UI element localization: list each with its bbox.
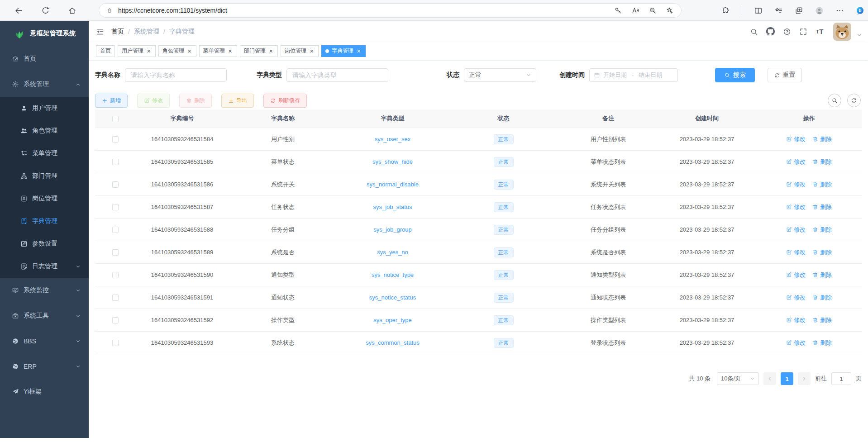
add-button[interactable]: 新增 <box>95 94 128 108</box>
edit-row-link[interactable]: 修改 <box>786 203 806 211</box>
row-checkbox[interactable] <box>112 227 119 233</box>
close-tab-icon[interactable]: × <box>309 48 315 54</box>
tab-dept[interactable]: 部门管理× <box>240 45 278 57</box>
row-checkbox[interactable] <box>112 181 119 188</box>
export-button[interactable]: 导出 <box>221 94 254 108</box>
sidebar-item-home[interactable]: 首页 <box>0 46 89 71</box>
close-tab-icon[interactable]: × <box>186 48 192 54</box>
sidebar-item-log[interactable]: 日志管理 <box>0 255 89 278</box>
edit-row-link[interactable]: 修改 <box>786 248 806 257</box>
edit-row-link[interactable]: 修改 <box>786 181 806 189</box>
breadcrumb-home[interactable]: 首页 <box>111 28 124 36</box>
edit-row-link[interactable]: 修改 <box>786 226 806 234</box>
dict-type-link[interactable]: sys_yes_no <box>377 249 408 256</box>
app-logo[interactable]: 意框架管理系统 <box>0 21 89 46</box>
avatar[interactable] <box>833 23 851 41</box>
sidebar-item-bbs[interactable]: BBS <box>0 328 89 354</box>
lock-icon[interactable] <box>106 7 113 14</box>
delete-row-link[interactable]: 删除 <box>812 158 832 166</box>
row-checkbox[interactable] <box>112 340 119 346</box>
delete-row-link[interactable]: 删除 <box>812 271 832 279</box>
fullscreen-icon[interactable] <box>799 28 807 36</box>
dict-type-link[interactable]: sys_job_group <box>373 226 412 233</box>
github-icon[interactable] <box>766 27 775 36</box>
favorite-add-icon[interactable] <box>666 6 674 14</box>
sidebar-item-post[interactable]: 岗位管理 <box>0 187 89 210</box>
delete-button[interactable]: 删除 <box>179 94 212 108</box>
delete-row-link[interactable]: 删除 <box>812 181 832 189</box>
select-all-checkbox[interactable] <box>112 116 119 122</box>
current-page-button[interactable]: 1 <box>781 372 793 385</box>
page-size-select[interactable]: 10条/页 <box>717 372 759 385</box>
address-bar[interactable]: https://ccnetcore.com:1101/system/dict <box>99 3 682 18</box>
url-text[interactable]: https://ccnetcore.com:1101/system/dict <box>118 7 609 14</box>
dict-type-link[interactable]: sys_job_status <box>373 204 412 210</box>
date-range-picker[interactable]: 开始日期 - 结束日期 <box>589 68 678 82</box>
more-icon[interactable] <box>835 6 844 15</box>
tab-user[interactable]: 用户管理× <box>118 45 156 57</box>
sidebar-item-dict[interactable]: 字典管理 <box>0 210 89 233</box>
status-select[interactable]: 正常 <box>464 68 536 82</box>
sidebar-item-tool[interactable]: 系统工具 <box>0 303 89 328</box>
close-tab-icon[interactable]: × <box>227 48 233 54</box>
toggle-search-button[interactable] <box>828 94 841 107</box>
dict-type-link[interactable]: sys_normal_disable <box>367 181 419 188</box>
close-tab-icon[interactable]: × <box>356 48 362 54</box>
delete-row-link[interactable]: 删除 <box>812 316 832 324</box>
tab-dict[interactable]: 字典管理× <box>321 45 366 57</box>
sidebar-item-user[interactable]: 用户管理 <box>0 97 89 119</box>
delete-row-link[interactable]: 删除 <box>812 135 832 143</box>
sidebar-item-dept[interactable]: 部门管理 <box>0 165 89 187</box>
reset-button[interactable]: 重置 <box>768 68 802 82</box>
profile-icon[interactable] <box>815 6 824 15</box>
dict-type-input[interactable] <box>286 68 388 82</box>
caret-down-icon[interactable] <box>857 33 862 38</box>
tab-post[interactable]: 岗位管理× <box>281 45 319 57</box>
delete-row-link[interactable]: 删除 <box>812 294 832 302</box>
dict-type-link[interactable]: sys_common_status <box>366 339 420 346</box>
font-size-icon[interactable] <box>816 27 825 36</box>
close-tab-icon[interactable]: × <box>146 48 152 54</box>
row-checkbox[interactable] <box>112 204 119 210</box>
refresh-table-button[interactable] <box>847 94 861 107</box>
prev-page-button[interactable] <box>763 372 776 385</box>
dict-name-input[interactable] <box>125 68 227 82</box>
search-icon[interactable] <box>750 28 758 36</box>
sidebar-item-erp[interactable]: ERP <box>0 354 89 379</box>
row-checkbox[interactable] <box>112 317 119 323</box>
search-button[interactable]: 搜索 <box>715 68 755 82</box>
goto-page-input[interactable] <box>831 372 851 385</box>
delete-row-link[interactable]: 删除 <box>812 248 832 257</box>
split-screen-icon[interactable] <box>754 6 763 15</box>
edit-row-link[interactable]: 修改 <box>786 158 806 166</box>
key-icon[interactable] <box>614 6 622 14</box>
row-checkbox[interactable] <box>112 249 119 256</box>
row-checkbox[interactable] <box>112 136 119 143</box>
sidebar-item-role[interactable]: 角色管理 <box>0 119 89 142</box>
collections-icon[interactable] <box>795 6 803 15</box>
sidebar-item-param[interactable]: 参数设置 <box>0 233 89 255</box>
delete-row-link[interactable]: 删除 <box>812 339 832 347</box>
sidebar-item-menu[interactable]: 菜单管理 <box>0 142 89 165</box>
sidebar-item-system[interactable]: 系统管理 <box>0 71 89 97</box>
edit-row-link[interactable]: 修改 <box>786 316 806 324</box>
edit-row-link[interactable]: 修改 <box>786 271 806 279</box>
zoom-out-icon[interactable] <box>649 6 657 14</box>
row-checkbox[interactable] <box>112 272 119 278</box>
dict-type-link[interactable]: sys_user_sex <box>375 136 410 143</box>
row-checkbox[interactable] <box>112 159 119 165</box>
edit-row-link[interactable]: 修改 <box>786 135 806 143</box>
edit-button[interactable]: 修改 <box>137 94 170 108</box>
help-icon[interactable] <box>783 28 791 36</box>
reload-icon[interactable] <box>41 6 50 15</box>
edit-row-link[interactable]: 修改 <box>786 339 806 347</box>
dict-type-link[interactable]: sys_notice_status <box>369 294 416 301</box>
refresh-cache-button[interactable]: 刷新缓存 <box>263 94 307 108</box>
delete-row-link[interactable]: 删除 <box>812 226 832 234</box>
edit-row-link[interactable]: 修改 <box>786 294 806 302</box>
dict-type-link[interactable]: sys_show_hide <box>372 158 413 165</box>
collapse-sidebar-icon[interactable] <box>89 27 111 36</box>
tab-role[interactable]: 角色管理× <box>158 45 196 57</box>
close-tab-icon[interactable]: × <box>268 48 274 54</box>
favorites-bar-icon[interactable] <box>774 6 783 15</box>
